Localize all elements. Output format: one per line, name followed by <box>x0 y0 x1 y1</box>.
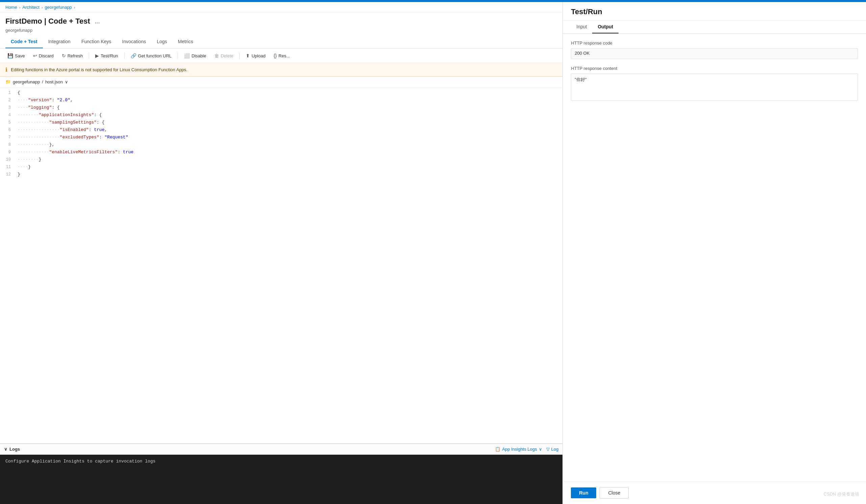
line-num-8: 8 <box>0 142 16 147</box>
breadcrumb-architect[interactable]: Architect <box>22 5 40 10</box>
line-num-10: 10 <box>0 157 16 162</box>
line-content-9: ············"enableLiveMetricsFilters": … <box>16 149 563 155</box>
discard-label: Discard <box>39 53 54 58</box>
output-tab-input[interactable]: Input <box>571 21 592 33</box>
code-line-12: 12 } <box>0 172 563 179</box>
getfunctionurl-label: Get function URL <box>138 53 172 58</box>
line-num-5: 5 <box>0 120 16 125</box>
folder-icon: 📁 <box>5 79 11 85</box>
logs-header: ∨ Logs 📋 App Insights Logs ∨ ▽ Log <box>0 444 563 455</box>
save-icon: 💾 <box>8 53 13 58</box>
logs-actions: 📋 App Insights Logs ∨ ▽ Log <box>495 447 558 452</box>
logs-collapse-icon: ∨ <box>4 447 8 452</box>
filter-label: Log <box>551 447 559 452</box>
save-button[interactable]: 💾 Save <box>4 51 29 60</box>
toolbar-sep-3 <box>178 52 178 59</box>
breadcrumb-georgefunapp[interactable]: georgefunapp <box>45 5 72 10</box>
upload-icon: ⬆ <box>246 53 250 58</box>
response-content-label: HTTP response content <box>571 66 858 71</box>
code-line-1: 1 { <box>0 90 563 98</box>
line-content-6: ················"isEnabled": true, <box>16 127 563 132</box>
disable-label: Disable <box>191 53 206 58</box>
line-num-4: 4 <box>0 112 16 117</box>
filter-logs-button[interactable]: ▽ Log <box>546 447 559 452</box>
logs-title[interactable]: ∨ Logs <box>4 447 20 452</box>
line-content-7: ················"excludedTypes": "Reques… <box>16 135 563 140</box>
tab-code-test[interactable]: Code + Test <box>5 35 43 48</box>
disable-icon: ⬜ <box>184 53 190 58</box>
response-code-label: HTTP response code <box>571 41 858 46</box>
toolbar: 💾 Save ↩ Discard ↻ Refresh ▶ Test/Run 🔗 … <box>0 48 563 63</box>
logs-section: ∨ Logs 📋 App Insights Logs ∨ ▽ Log C <box>0 443 563 504</box>
test-run-header: Test/Run <box>563 2 866 21</box>
tab-metrics[interactable]: Metrics <box>173 35 199 48</box>
code-line-7: 7 ················"excludedTypes": "Requ… <box>0 135 563 142</box>
toolbar-sep-4 <box>240 52 240 59</box>
line-num-11: 11 <box>0 165 16 169</box>
tab-bar: Code + Test Integration Function Keys In… <box>0 35 563 48</box>
tab-logs[interactable]: Logs <box>151 35 172 48</box>
testrun-label: Test/Run <box>101 53 118 58</box>
line-content-1: { <box>16 90 563 95</box>
response-content-value: "你好" <box>571 74 858 101</box>
main-layout: Home › Architect › georgefunapp › FirstD… <box>0 2 866 504</box>
resource-button[interactable]: {} Res... <box>270 51 293 60</box>
file-path-bar: 📁 georgefunapp / host.json ∨ <box>0 77 563 87</box>
tab-invocations[interactable]: Invocations <box>117 35 152 48</box>
breadcrumb: Home › Architect › georgefunapp › <box>0 2 563 13</box>
warning-icon: ℹ <box>5 67 8 73</box>
toolbar-sep-2 <box>124 52 125 59</box>
filepath-sep: / <box>42 79 43 85</box>
line-num-7: 7 <box>0 135 16 140</box>
output-tab-output[interactable]: Output <box>592 21 619 33</box>
line-content-3: ····"logging": { <box>16 105 563 110</box>
refresh-label: Refresh <box>67 53 83 58</box>
response-code-value: 200 OK <box>571 48 858 59</box>
line-content-10: ········} <box>16 157 563 162</box>
output-tabs: Input Output <box>563 21 866 34</box>
getfunctionurl-button[interactable]: 🔗 Get function URL <box>127 51 175 60</box>
code-line-11: 11 ····} <box>0 165 563 172</box>
left-panel: Home › Architect › georgefunapp › FirstD… <box>0 2 563 504</box>
code-line-10: 10 ········} <box>0 157 563 165</box>
refresh-icon: ↻ <box>62 53 66 58</box>
breadcrumb-home[interactable]: Home <box>5 5 17 10</box>
code-line-4: 4 ········"applicationInsights": { <box>0 112 563 120</box>
close-button[interactable]: Close <box>600 487 629 499</box>
refresh-button[interactable]: ↻ Refresh <box>58 51 87 60</box>
response-content-field: HTTP response content "你好" <box>571 66 858 101</box>
testrun-icon: ▶ <box>95 53 99 58</box>
line-num-3: 3 <box>0 105 16 110</box>
tab-integration[interactable]: Integration <box>43 35 76 48</box>
upload-label: Upload <box>252 53 265 58</box>
response-code-field: HTTP response code 200 OK <box>571 41 858 59</box>
line-num-1: 1 <box>0 90 16 95</box>
line-num-12: 12 <box>0 172 16 177</box>
upload-button[interactable]: ⬆ Upload <box>242 51 269 60</box>
filepath-chevron[interactable]: ∨ <box>65 79 68 85</box>
code-line-5: 5 ············"samplingSettings": { <box>0 120 563 127</box>
watermark: CSDN @発養途墙 <box>823 491 859 497</box>
app-insights-chevron: ∨ <box>539 447 542 452</box>
tab-function-keys[interactable]: Function Keys <box>76 35 117 48</box>
output-content: HTTP response code 200 OK HTTP response … <box>563 34 866 481</box>
run-button[interactable]: Run <box>571 488 596 498</box>
app-insights-icon: 📋 <box>495 447 500 452</box>
delete-button[interactable]: 🗑 Delete <box>211 51 237 60</box>
code-editor[interactable]: 1 { 2 ····"version": "2.0", 3 ····"loggi… <box>0 87 563 443</box>
code-line-3: 3 ····"logging": { <box>0 105 563 112</box>
disable-button[interactable]: ⬜ Disable <box>181 51 209 60</box>
breadcrumb-sep-1: › <box>19 5 21 10</box>
resource-label: Res... <box>279 53 290 58</box>
right-panel-footer: Run Close <box>563 481 866 504</box>
page-title: FirstDemo | Code + Test <box>5 17 90 26</box>
filepath-folder: georgefunapp <box>13 79 40 85</box>
app-insights-logs-button[interactable]: 📋 App Insights Logs ∨ <box>495 447 542 452</box>
logs-title-text: Logs <box>10 447 20 452</box>
logs-content: Configure Application Insights to captur… <box>0 455 563 504</box>
line-num-6: 6 <box>0 127 16 132</box>
testrun-button[interactable]: ▶ Test/Run <box>92 51 121 60</box>
ellipsis-button[interactable]: ... <box>93 17 102 26</box>
discard-button[interactable]: ↩ Discard <box>30 51 57 60</box>
line-content-2: ····"version": "2.0", <box>16 98 563 103</box>
